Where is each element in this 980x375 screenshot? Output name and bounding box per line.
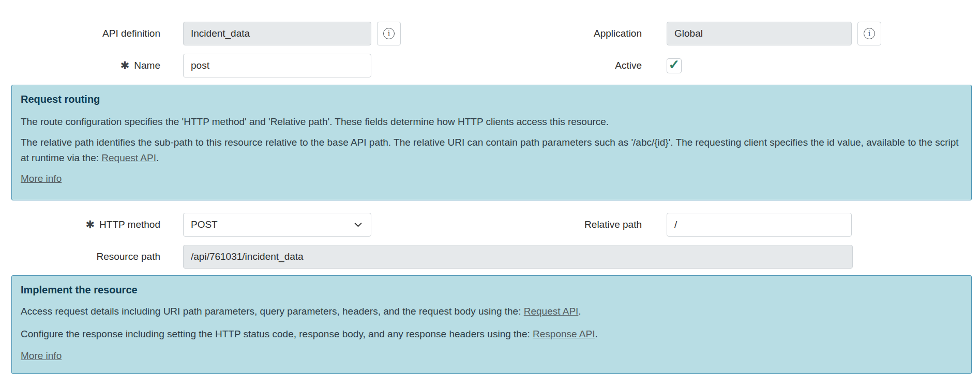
implement-resource-paragraph-2: Configure the response including setting…: [21, 326, 962, 342]
http-method-label-text: HTTP method: [99, 219, 160, 230]
application-label: Application: [401, 28, 642, 39]
application-label-text: Application: [594, 28, 642, 39]
http-method-value: POST: [191, 219, 218, 230]
api-definition-info-button[interactable]: i: [377, 22, 401, 45]
http-method-label: ✱ HTTP method: [0, 219, 160, 230]
info-icon: i: [864, 28, 875, 39]
form-row-resource-path: Resource path: [0, 245, 980, 269]
form-row-http-method: ✱ HTTP method POST Relative path: [0, 213, 980, 237]
application-info-button[interactable]: i: [857, 22, 881, 45]
request-api-link[interactable]: Request API: [101, 152, 156, 163]
request-routing-info-box: Request routing The route configuration …: [11, 85, 972, 200]
info-icon: i: [383, 28, 395, 39]
required-icon: ✱: [85, 219, 95, 230]
active-checkbox[interactable]: ✓: [667, 58, 682, 73]
more-info-link[interactable]: More info: [21, 348, 62, 364]
relative-path-label: Relative path: [371, 219, 642, 230]
http-method-select[interactable]: POST: [183, 213, 371, 237]
resource-path-label: Resource path: [0, 251, 160, 262]
info-icon-glyph: i: [388, 30, 390, 37]
name-label-text: Name: [134, 60, 160, 71]
more-info-link[interactable]: More info: [21, 171, 62, 186]
paragraph-text: .: [156, 152, 159, 163]
relative-path-input[interactable]: [667, 213, 852, 237]
rest-resource-form: API definition i Application i ✱ Name Ac…: [0, 0, 980, 375]
paragraph-text: Configure the response including setting…: [21, 329, 533, 339]
relative-path-label-text: Relative path: [584, 219, 642, 230]
form-row-name: ✱ Name Active ✓: [0, 54, 980, 77]
paragraph-text: .: [578, 306, 581, 317]
check-icon: ✓: [669, 58, 680, 71]
paragraph-text: Access request details including URI pat…: [21, 306, 524, 317]
info-icon-glyph: i: [868, 30, 870, 37]
resource-path-input: [183, 245, 853, 269]
required-icon: ✱: [120, 60, 130, 71]
implement-resource-paragraph-1: Access request details including URI pat…: [21, 304, 962, 319]
request-routing-title: Request routing: [21, 92, 962, 106]
response-api-link[interactable]: Response API: [533, 329, 595, 339]
name-input[interactable]: [183, 54, 371, 77]
resource-path-label-text: Resource path: [96, 251, 160, 262]
active-label: Active: [371, 60, 642, 71]
api-definition-input: [183, 22, 371, 45]
application-input: [667, 22, 852, 45]
api-definition-label: API definition: [0, 28, 160, 39]
form-row-api-definition: API definition i Application i: [0, 22, 980, 45]
api-definition-label-text: API definition: [102, 28, 160, 39]
implement-resource-info-box: Implement the resource Access request de…: [11, 275, 972, 374]
paragraph-text: .: [595, 329, 597, 339]
request-routing-paragraph-2: The relative path identifies the sub-pat…: [21, 135, 962, 166]
request-routing-paragraph-1: The route configuration specifies the 'H…: [21, 114, 962, 130]
request-api-link[interactable]: Request API: [524, 306, 579, 317]
paragraph-text: The relative path identifies the sub-pat…: [21, 137, 959, 163]
paragraph-text: The route configuration specifies the 'H…: [21, 116, 609, 127]
active-label-text: Active: [615, 60, 642, 71]
chevron-down-icon: [354, 221, 363, 229]
implement-resource-title: Implement the resource: [21, 283, 962, 296]
name-label: ✱ Name: [0, 60, 160, 71]
